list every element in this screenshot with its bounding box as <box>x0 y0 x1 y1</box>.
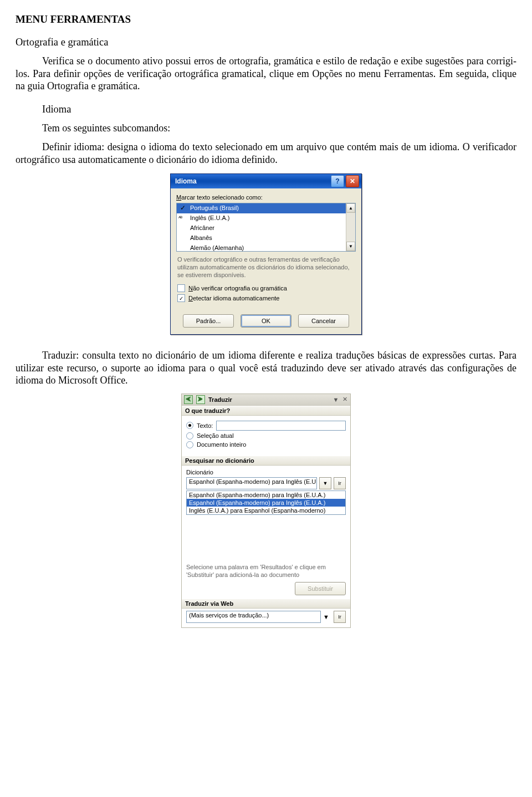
ir-dicionario-button[interactable]: Ir <box>334 477 346 489</box>
web-service-combo[interactable]: (Mais serviços de tradução...) <box>186 611 321 623</box>
cancel-button[interactable]: Cancelar <box>298 314 349 328</box>
dicionario-combo[interactable]: Espanhol (Espanha-moderno) para Inglês (… <box>186 477 317 489</box>
section-pesquisar-dicionario: Pesquisar no dicionário <box>182 456 350 466</box>
dicionario-listbox[interactable]: Espanhol (Espanha-moderno) para Inglês (… <box>186 491 346 515</box>
nav-forward-icon[interactable]: ⮞ <box>196 395 205 404</box>
nav-back-icon[interactable]: ⮜ <box>184 395 193 404</box>
scroll-down-icon[interactable]: ▼ <box>346 242 355 251</box>
label-noverify: Não verificar ortografia ou gramática <box>188 285 287 292</box>
scroll-up-icon[interactable]: ▲ <box>346 203 355 213</box>
lang-alemao[interactable]: Alemão (Alemanha) <box>177 243 355 252</box>
traduzir-pane: ⮜ ⮞ Traduzir ▼ ✕ O que traduzir? Texto: … <box>181 394 351 629</box>
help-button[interactable]: ? <box>331 175 344 187</box>
ok-button[interactable]: OK <box>241 314 291 328</box>
label-radio-selecao: Seleção atual <box>197 432 234 439</box>
chevron-down-icon[interactable]: ▼ <box>332 396 339 403</box>
dict-option-1[interactable]: Espanhol (Espanha-moderno) para Inglês (… <box>187 491 345 499</box>
idioma-dialog-title: Idioma <box>175 177 197 185</box>
combo-arrow-icon[interactable]: ▼ <box>319 477 331 489</box>
dict-option-2[interactable]: Espanhol (Espanha-moderno) para Inglês (… <box>187 499 345 507</box>
label-radio-texto: Texto: <box>197 422 213 429</box>
section-traduzir-web: Traduzir via Web <box>182 599 350 609</box>
ir-web-button[interactable]: Ir <box>334 611 346 623</box>
label-radio-documento: Documento inteiro <box>197 441 246 448</box>
pane-title: Traduzir <box>208 396 232 403</box>
substituir-button[interactable]: Substituir <box>295 582 346 595</box>
label-marcar-texto: Marcar texto selecionado como: <box>176 194 356 201</box>
checkbox-noverify[interactable] <box>177 284 185 292</box>
checkbox-detect-auto[interactable]: ✓ <box>177 294 185 302</box>
section-idioma-heading: Idioma <box>42 104 516 115</box>
lang-ingles[interactable]: Inglês (E.U.A.) <box>177 213 355 223</box>
close-icon[interactable]: ✕ <box>341 396 348 403</box>
idioma-subheading: Tem os seguintes subcomandos: <box>42 122 516 135</box>
padrao-button[interactable]: Padrão... <box>183 314 234 328</box>
section-o-que-traduzir: O que traduzir? <box>182 406 350 416</box>
radio-documento-inteiro[interactable] <box>186 441 193 448</box>
section-ortografia-heading: Ortografia e gramática <box>16 37 516 48</box>
page-title: MENU FERRAMENTAS <box>16 13 516 25</box>
idioma-titlebar: Idioma ? ✕ <box>171 174 361 188</box>
label-dicionario: Dicionário <box>186 469 346 476</box>
lang-portugues[interactable]: Português (Brasil) <box>177 203 355 213</box>
listbox-scrollbar[interactable]: ▲ ▼ <box>346 203 355 251</box>
web-combo-arrow-icon[interactable]: ▼ <box>323 614 329 620</box>
label-detect-auto: Detectar idioma automaticamente <box>188 295 279 302</box>
paragraph-traduzir: Traduzir: consulta texto no dicionário d… <box>16 349 516 387</box>
language-listbox[interactable]: Português (Brasil) Inglês (E.U.A.) Afric… <box>176 203 356 252</box>
lang-albanes[interactable]: Albanês <box>177 233 355 243</box>
paragraph-definir-idioma: Definir idioma: designa o idioma do text… <box>16 141 516 166</box>
idioma-dialog: Idioma ? ✕ Marcar texto selecionado como… <box>170 173 362 335</box>
dialog-help-text: O verificador ortográfico e outras ferra… <box>177 256 355 279</box>
paragraph-ortografia: Verifica se o documento ativo possui err… <box>16 55 516 93</box>
radio-texto[interactable] <box>186 422 193 429</box>
dict-option-3[interactable]: Inglês (E.U.A.) para Espanhol (Espanha-m… <box>187 507 345 514</box>
lang-africaner[interactable]: Africâner <box>177 223 355 233</box>
close-button[interactable]: ✕ <box>346 175 359 187</box>
radio-selecao-atual[interactable] <box>186 432 193 440</box>
substituir-hint: Selecione uma palavra em 'Resultados' e … <box>182 563 350 583</box>
texto-input[interactable] <box>216 421 346 431</box>
